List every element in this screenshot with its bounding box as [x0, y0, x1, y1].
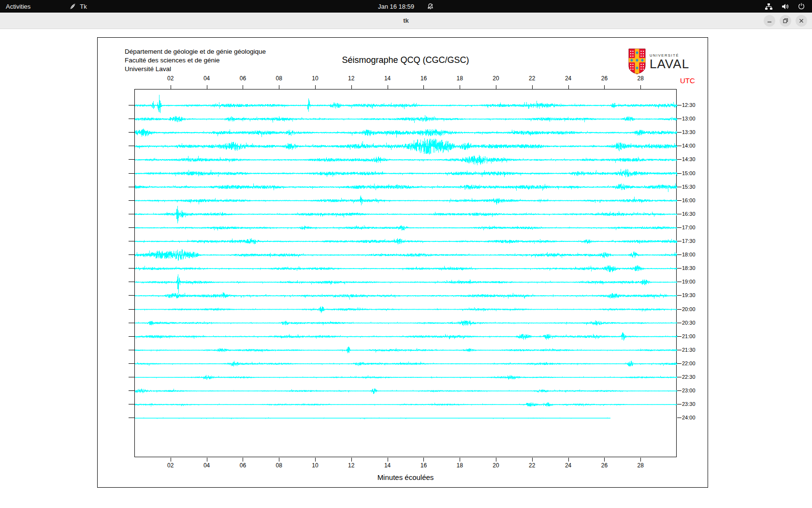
- network-wired-icon: [765, 2, 773, 11]
- minute-tick-label: 22: [525, 462, 539, 469]
- minute-tick-label: 18: [452, 75, 467, 82]
- row-tick: [129, 404, 134, 404]
- minute-tick: [388, 458, 388, 462]
- row-tick: [129, 227, 134, 228]
- utc-label: UTC: [680, 76, 695, 85]
- minute-tick: [568, 85, 569, 89]
- minute-tick-label: 10: [308, 75, 322, 82]
- row-tick: [677, 295, 682, 296]
- minute-tick-label: 02: [163, 75, 178, 82]
- minute-tick: [460, 458, 460, 462]
- minute-tick: [423, 458, 424, 462]
- time-label: 12:30: [682, 102, 696, 108]
- row-tick: [129, 187, 134, 187]
- row-tick: [129, 254, 134, 255]
- time-label: 14:00: [682, 143, 696, 149]
- row-tick: [677, 323, 682, 323]
- row-tick: [129, 105, 134, 105]
- time-label: 18:30: [682, 265, 696, 271]
- time-label: 15:30: [682, 184, 696, 190]
- minute-tick-label: 10: [308, 462, 322, 469]
- minute-tick: [496, 85, 496, 89]
- minute-tick-label: 12: [344, 75, 359, 82]
- maximize-button[interactable]: [780, 15, 791, 27]
- plot-area: [134, 89, 677, 457]
- minute-tick-label: 12: [344, 462, 359, 469]
- row-tick: [129, 119, 134, 119]
- minute-tick-label: 26: [597, 462, 611, 469]
- row-tick: [129, 146, 134, 146]
- minute-tick-label: 28: [633, 462, 648, 469]
- system-status-area[interactable]: [758, 0, 812, 13]
- minimize-icon: [767, 18, 772, 24]
- row-tick: [677, 214, 682, 214]
- minute-tick: [604, 85, 605, 89]
- row-tick: [677, 227, 682, 228]
- window-titlebar[interactable]: tk: [0, 13, 812, 29]
- row-tick: [129, 377, 134, 377]
- minute-tick: [243, 85, 243, 89]
- minute-tick: [532, 458, 533, 462]
- minute-tick: [423, 85, 424, 89]
- row-tick: [129, 282, 134, 282]
- minute-tick-label: 26: [597, 75, 611, 82]
- minute-tick-label: 06: [235, 75, 250, 82]
- row-tick: [677, 268, 682, 269]
- minute-tick-label: 28: [633, 75, 648, 82]
- tk-window-body: Département de géologie et de génie géol…: [0, 29, 812, 508]
- row-tick: [129, 323, 134, 323]
- universite-laval-logo: UNIVERSITÉ LAVAL: [628, 48, 689, 75]
- row-tick: [677, 282, 682, 282]
- row-tick: [677, 418, 682, 418]
- row-tick: [129, 336, 134, 337]
- clock-label: Jan 16 18:59: [378, 3, 414, 10]
- time-label: 21:30: [682, 347, 696, 353]
- laval-logo-large-text: LAVAL: [650, 58, 689, 70]
- row-tick: [677, 336, 682, 337]
- minimize-button[interactable]: [764, 15, 775, 27]
- focused-app-name: Tk: [80, 3, 87, 10]
- clock-menu-button[interactable]: Jan 16 18:59: [378, 0, 434, 13]
- close-button[interactable]: [796, 15, 807, 27]
- time-label: 21:00: [682, 333, 696, 339]
- minute-tick-label: 02: [163, 462, 178, 469]
- minute-tick: [532, 85, 533, 89]
- time-label: 19:00: [682, 279, 696, 284]
- desktop: Activities Tk Jan 16 18:59: [0, 0, 812, 508]
- time-label: 16:30: [682, 211, 696, 217]
- seismograph-canvas-frame: Département de géologie et de génie géol…: [97, 37, 708, 488]
- activities-button[interactable]: Activities: [0, 0, 36, 13]
- row-tick: [129, 418, 134, 418]
- minute-tick: [171, 458, 171, 462]
- minute-tick: [604, 458, 605, 462]
- row-tick: [677, 309, 682, 310]
- row-tick: [677, 173, 682, 174]
- minute-tick-label: 24: [561, 462, 576, 469]
- row-tick: [129, 200, 134, 201]
- minute-tick-label: 06: [235, 462, 250, 469]
- focused-app-indicator[interactable]: Tk: [63, 0, 92, 13]
- row-tick: [129, 309, 134, 310]
- time-label: 15:00: [682, 170, 696, 176]
- top-bar-left: Activities Tk: [0, 0, 93, 13]
- minute-tick-label: 20: [489, 462, 503, 469]
- time-label: 13:00: [682, 116, 696, 121]
- tk-feather-icon: [69, 3, 76, 10]
- row-tick: [129, 390, 134, 391]
- row-tick: [129, 159, 134, 160]
- row-tick: [129, 132, 134, 133]
- window-title: tk: [0, 13, 812, 29]
- minute-tick: [351, 458, 352, 462]
- minute-tick: [351, 85, 352, 89]
- minute-tick: [640, 458, 641, 462]
- row-tick: [129, 295, 134, 296]
- minute-tick: [171, 85, 171, 89]
- time-label: 23:30: [682, 401, 696, 407]
- time-label: 17:00: [682, 224, 696, 230]
- minute-tick: [279, 458, 279, 462]
- row-tick: [677, 404, 682, 404]
- row-tick: [677, 241, 682, 241]
- minute-tick-label: 16: [416, 75, 431, 82]
- row-tick: [129, 241, 134, 241]
- time-label: 19:30: [682, 292, 696, 298]
